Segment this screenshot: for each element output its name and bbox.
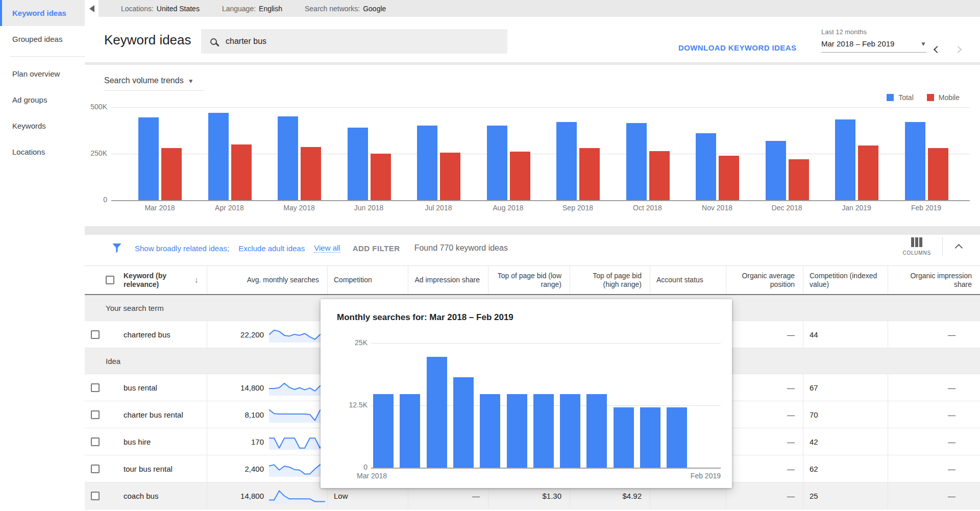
previous-period-button[interactable]	[934, 46, 941, 53]
columns-button[interactable]: COLUMNS	[902, 237, 931, 256]
filter-icon	[112, 244, 121, 253]
column-header-competition-indexed-value[interactable]: Competition (indexed value)	[803, 266, 888, 294]
row-checkbox[interactable]	[91, 492, 100, 500]
popup-bar-feb-2019[interactable]	[667, 407, 687, 468]
y-axis-tick-label: 500K	[85, 103, 107, 111]
bar-mobile-aug-2018[interactable]	[510, 152, 530, 200]
popup-bar-aug-2018[interactable]	[507, 394, 527, 468]
sparkline-chart[interactable]	[269, 459, 325, 478]
bar-total-dec-2018[interactable]	[766, 141, 786, 200]
bar-total-may-2018[interactable]	[278, 116, 298, 200]
next-period-button[interactable]	[954, 46, 962, 53]
column-header-organic-impression-share[interactable]: Organic impression share	[888, 266, 980, 294]
column-header-label: Competition (indexed value)	[810, 272, 879, 289]
column-header-account-status[interactable]: Account status	[650, 266, 726, 294]
bar-total-jul-2018[interactable]	[417, 126, 437, 200]
sidebar-item-locations[interactable]: Locations	[0, 139, 85, 165]
download-keyword-ideas-button[interactable]: DOWNLOAD KEYWORD IDEAS	[678, 43, 796, 52]
popup-bar-jul-2018[interactable]	[480, 394, 500, 468]
column-header-top-of-page-bid-low-range[interactable]: Top of page bid (low range)	[488, 266, 570, 294]
sidebar-item-ad-groups[interactable]: Ad groups	[0, 87, 85, 113]
bar-total-feb-2019[interactable]	[905, 122, 925, 200]
bar-mobile-jul-2018[interactable]	[440, 153, 460, 200]
date-range-picker[interactable]: Last 12 months Mar 2018 – Feb 2019 ▼	[821, 28, 926, 53]
bar-mobile-oct-2018[interactable]	[649, 151, 670, 200]
popup-bar-nov-2018[interactable]	[586, 394, 607, 468]
sidebar-item-keyword-ideas[interactable]: Keyword ideas	[0, 0, 85, 26]
section-label: Your search term	[106, 304, 164, 312]
sidebar-item-keywords[interactable]: Keywords	[0, 113, 85, 139]
bar-mobile-dec-2018[interactable]	[789, 159, 809, 200]
bar-total-apr-2018[interactable]	[208, 113, 229, 200]
add-filter-button[interactable]: ADD FILTER	[353, 244, 400, 253]
columns-icon	[911, 237, 922, 247]
search-input[interactable]: charter bus	[201, 29, 507, 54]
sparkline-chart[interactable]	[269, 432, 325, 451]
bar-mobile-nov-2018[interactable]	[719, 156, 739, 200]
competition-indexed-value-cell: 62	[803, 455, 888, 482]
sparkline-chart[interactable]	[269, 405, 325, 424]
popup-gridline	[371, 468, 721, 469]
keyword-cell: bus rental	[122, 374, 207, 401]
sparkline-chart[interactable]	[269, 378, 325, 397]
search-value: charter bus	[226, 37, 266, 46]
sparkline-chart[interactable]	[269, 486, 325, 505]
row-checkbox[interactable]	[91, 330, 100, 339]
bar-total-sep-2018[interactable]	[556, 122, 577, 200]
trends-dropdown[interactable]: Search volume trends▼	[104, 76, 194, 85]
sparkline-chart[interactable]	[269, 325, 325, 344]
popup-bar-may-2018[interactable]	[427, 357, 447, 468]
bar-mobile-sep-2018[interactable]	[579, 148, 600, 200]
bar-total-jan-2019[interactable]	[835, 119, 855, 200]
column-header-competition[interactable]: Competition	[327, 266, 408, 294]
popup-bar-sep-2018[interactable]	[533, 394, 554, 468]
sidebar-item-plan-overview[interactable]: Plan overview	[0, 61, 85, 87]
avg-monthly-searches-value: 22,200	[240, 330, 264, 339]
bar-mobile-jan-2019[interactable]	[858, 145, 878, 200]
bar-mobile-mar-2018[interactable]	[161, 148, 182, 200]
column-header-keyword-by-relevance[interactable]: Keyword (by relevance)↓	[122, 266, 207, 294]
back-arrow-icon[interactable]	[89, 5, 94, 12]
bar-total-nov-2018[interactable]	[696, 133, 716, 200]
column-header-ad-impression-share[interactable]: Ad impression share	[408, 266, 488, 294]
popup-bar-jun-2018[interactable]	[453, 377, 474, 468]
bar-total-oct-2018[interactable]	[626, 123, 647, 200]
popup-bar-jan-2019[interactable]	[640, 407, 660, 468]
sidebar-item-grouped-ideas[interactable]: Grouped ideas	[0, 26, 85, 52]
bar-total-aug-2018[interactable]	[487, 126, 507, 200]
row-checkbox[interactable]	[91, 437, 100, 446]
bar-total-mar-2018[interactable]	[138, 117, 159, 200]
popup-bar-oct-2018[interactable]	[560, 394, 580, 468]
column-header-top-of-page-bid-high-range[interactable]: Top of page bid (high range)	[570, 266, 650, 294]
bar-total-jun-2018[interactable]	[348, 128, 368, 200]
column-header-organic-average-position[interactable]: Organic average position	[726, 266, 803, 294]
row-checkbox[interactable]	[91, 383, 100, 392]
row-checkbox[interactable]	[91, 410, 100, 419]
cell-value: $4.92	[622, 492, 642, 500]
filter-link-exclude-adult[interactable]: Exclude adult ideas	[238, 244, 305, 253]
bar-mobile-jun-2018[interactable]	[371, 154, 391, 200]
keyword-text: charter bus rental	[124, 410, 183, 419]
bar-mobile-feb-2019[interactable]	[928, 148, 948, 200]
collapse-chevron-up-icon[interactable]	[955, 244, 963, 252]
table-controls: COLUMNS	[902, 237, 963, 256]
popup-bar-dec-2018[interactable]	[614, 407, 634, 468]
view-all-link[interactable]: View all	[314, 244, 340, 253]
filter-link-broadly-related[interactable]: Show broadly related ideas;	[135, 244, 229, 253]
popup-bar-mar-2018[interactable]	[373, 394, 394, 468]
popup-x-label-end: Feb 2019	[691, 472, 721, 480]
avg-monthly-searches-value: 14,800	[240, 383, 264, 392]
organic-impression-share-cell: —	[888, 428, 980, 455]
bar-mobile-may-2018[interactable]	[301, 147, 321, 200]
bar-mobile-apr-2018[interactable]	[231, 144, 252, 200]
popup-y-axis-tick-label: 0	[332, 463, 368, 471]
row-checkbox[interactable]	[91, 465, 100, 473]
column-header-label: Top of page bid (high range)	[576, 272, 642, 289]
popup-bar-apr-2018[interactable]	[400, 394, 420, 468]
avg-monthly-searches-cell: 22,200	[207, 321, 327, 348]
select-all-checkbox[interactable]	[106, 276, 114, 284]
x-axis-label-apr-2018: Apr 2018	[194, 204, 265, 212]
cell-value: —	[787, 410, 795, 419]
cell-value: Low	[334, 492, 348, 500]
column-header-avg-monthly-searches[interactable]: Avg. monthly searches	[207, 266, 327, 294]
